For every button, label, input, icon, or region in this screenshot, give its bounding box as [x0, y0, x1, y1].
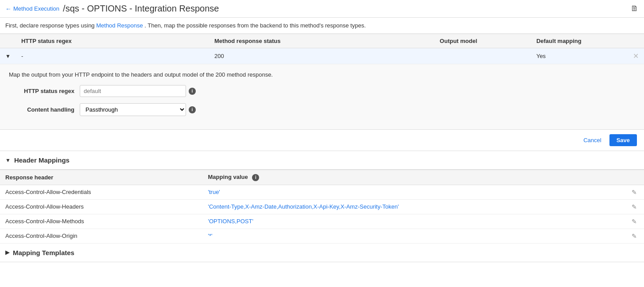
response-header-cell: Access-Control-Allow-Credentials	[0, 185, 202, 199]
page-icon: 🗎	[631, 4, 639, 13]
col-actions	[626, 170, 644, 185]
response-header-cell: Access-Control-Allow-Methods	[0, 214, 202, 229]
desc-text-before: First, declare response types using	[5, 22, 96, 29]
back-link[interactable]: ← Method Execution	[5, 5, 59, 12]
header-mapping-row: Access-Control-Allow-Methods 'OPTIONS,PO…	[0, 214, 644, 229]
cancel-button[interactable]: Cancel	[579, 134, 605, 146]
mapping-value-info-icon[interactable]: i	[252, 174, 259, 181]
http-status-regex-row: HTTP status regex i	[9, 85, 635, 97]
row-arrow[interactable]: ▼	[0, 48, 16, 64]
expand-section: Map the output from your HTTP endpoint t…	[0, 64, 644, 130]
back-arrow-icon: ←	[5, 5, 12, 12]
header-mapping-row: Access-Control-Allow-Headers 'Content-Ty…	[0, 199, 644, 214]
col-default-mapping: Default mapping	[531, 34, 628, 48]
row-default-mapping: Yes	[531, 48, 628, 64]
header-mappings-title: Header Mappings	[14, 156, 70, 164]
close-icon[interactable]: ✕	[633, 52, 639, 60]
mapping-value-cell: 'OPTIONS,POST'	[202, 214, 626, 229]
table-header-row: HTTP status regex Method response status…	[0, 34, 644, 48]
header-mappings-arrow-icon: ▼	[5, 157, 11, 163]
expand-info-text: Map the output from your HTTP endpoint t…	[9, 71, 635, 78]
col-http-status: HTTP status regex	[16, 34, 209, 48]
description-bar: First, declare response types using Meth…	[0, 18, 644, 34]
content-handling-info-icon[interactable]: i	[189, 106, 196, 113]
response-header-cell: Access-Control-Allow-Origin	[0, 229, 202, 243]
content-handling-label: Content handling	[9, 106, 80, 113]
action-bar: Cancel Save	[0, 130, 644, 151]
http-status-input-wrap: i	[80, 85, 196, 97]
col-method-response: Method response status	[209, 34, 435, 48]
response-header-cell: Access-Control-Allow-Headers	[0, 199, 202, 214]
header-mapping-row: Access-Control-Allow-Credentials 'true' …	[0, 185, 644, 199]
edit-icon[interactable]: ✎	[632, 203, 637, 210]
http-status-regex-input[interactable]	[80, 85, 186, 97]
col-check	[0, 34, 16, 48]
top-bar: ← Method Execution /sqs - OPTIONS - Inte…	[0, 0, 644, 18]
col-mapping-value: Mapping value i	[202, 170, 626, 185]
integration-response-table: HTTP status regex Method response status…	[0, 34, 644, 64]
save-button[interactable]: Save	[609, 134, 637, 146]
table-row: ▼ - 200 Yes ✕	[0, 48, 644, 64]
http-status-info-icon[interactable]: i	[189, 88, 196, 95]
mapping-value-cell: '*'	[202, 229, 626, 243]
edit-icon[interactable]: ✎	[632, 218, 637, 225]
row-http-status: -	[16, 48, 209, 64]
content-handling-row: Content handling Passthrough Convert to …	[9, 103, 635, 116]
edit-icon[interactable]: ✎	[632, 233, 637, 240]
col-action	[628, 34, 644, 48]
edit-cell[interactable]: ✎	[626, 214, 644, 229]
mapping-value-cell: 'true'	[202, 185, 626, 199]
mapping-templates-title: Mapping Templates	[13, 249, 74, 256]
col-response-header: Response header	[0, 170, 202, 185]
header-mappings-header-row: Response header Mapping value i	[0, 170, 644, 185]
header-mappings-table: Response header Mapping value i Access-C…	[0, 170, 644, 244]
edit-cell[interactable]: ✎	[626, 229, 644, 243]
header-mapping-row: Access-Control-Allow-Origin '*' ✎	[0, 229, 644, 243]
mapping-value-cell: 'Content-Type,X-Amz-Date,Authorization,X…	[202, 199, 626, 214]
content-handling-select[interactable]: Passthrough Convert to binary (if needed…	[80, 103, 186, 116]
method-response-link[interactable]: Method Response	[96, 22, 143, 29]
page-title: /sqs - OPTIONS - Integration Response	[63, 4, 219, 14]
row-close[interactable]: ✕	[628, 48, 644, 64]
desc-text-after: . Then, map the possible responses from …	[144, 22, 365, 29]
edit-cell[interactable]: ✎	[626, 199, 644, 214]
edit-icon[interactable]: ✎	[632, 189, 637, 196]
edit-cell[interactable]: ✎	[626, 185, 644, 199]
col-output-model: Output model	[435, 34, 531, 48]
header-mappings-section[interactable]: ▼ Header Mappings	[0, 151, 644, 170]
mapping-templates-arrow-icon: ▶	[5, 249, 9, 256]
row-output-model	[435, 48, 531, 64]
content-handling-input-wrap: Passthrough Convert to binary (if needed…	[80, 103, 196, 116]
row-method-response: 200	[209, 48, 435, 64]
col-mapping-value-label: Mapping value	[208, 174, 248, 180]
back-label: Method Execution	[13, 5, 59, 12]
row-dropdown-arrow[interactable]: ▼	[5, 53, 11, 59]
mapping-templates-section[interactable]: ▶ Mapping Templates	[0, 244, 644, 262]
http-status-regex-label: HTTP status regex	[9, 88, 80, 94]
top-bar-left: ← Method Execution /sqs - OPTIONS - Inte…	[5, 4, 219, 14]
